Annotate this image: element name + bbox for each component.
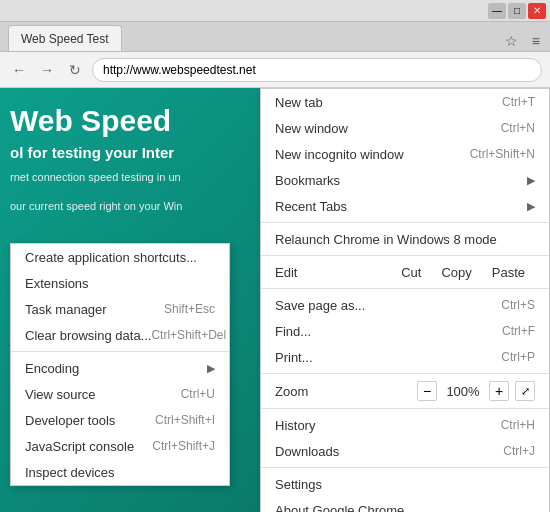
- zoom-row: Zoom − 100% + ⤢: [261, 377, 549, 405]
- web-desc1-text: rnet connection speed testing in un: [10, 171, 181, 183]
- main-divider1: [261, 222, 549, 223]
- menu-item-relaunch[interactable]: Relaunch Chrome in Windows 8 mode: [261, 226, 549, 252]
- main-divider3: [261, 288, 549, 289]
- menu-item-js-console[interactable]: JavaScript console Ctrl+Shift+J: [11, 433, 229, 459]
- menu-item-extensions[interactable]: Extensions: [11, 270, 229, 296]
- menu-item-encoding[interactable]: Encoding ▶: [11, 355, 229, 381]
- context-menu-main: New tab Ctrl+T New window Ctrl+N New inc…: [260, 88, 550, 512]
- encoding-arrow: ▶: [207, 362, 215, 375]
- web-subtitle: ol for testing your Inter: [0, 142, 270, 163]
- menu-item-history[interactable]: History Ctrl+H: [261, 412, 549, 438]
- tab-bar: Web Speed Test ☆ ≡: [0, 22, 550, 52]
- cut-button[interactable]: Cut: [391, 264, 431, 281]
- star-icon[interactable]: ☆: [501, 31, 522, 51]
- tab-actions: ☆ ≡: [501, 31, 550, 51]
- zoom-value: 100%: [443, 384, 483, 399]
- minimize-button[interactable]: —: [488, 3, 506, 19]
- maximize-button[interactable]: □: [508, 3, 526, 19]
- titlebar: — □ ✕: [0, 0, 550, 22]
- web-subtitle-text: ol for testing your Inter: [10, 144, 174, 161]
- menu-item-recent-tabs[interactable]: Recent Tabs ▶: [261, 193, 549, 219]
- close-button[interactable]: ✕: [528, 3, 546, 19]
- edit-row: Edit Cut Copy Paste: [261, 259, 549, 285]
- recent-tabs-arrow: ▶: [527, 200, 535, 213]
- address-input[interactable]: [92, 58, 542, 82]
- main-divider6: [261, 467, 549, 468]
- menu-item-find[interactable]: Find... Ctrl+F: [261, 318, 549, 344]
- web-title: Web Speed: [0, 88, 270, 142]
- main-divider5: [261, 408, 549, 409]
- menu-item-settings[interactable]: Settings: [261, 471, 549, 497]
- paste-button[interactable]: Paste: [482, 264, 535, 281]
- menu-item-view-source[interactable]: View source Ctrl+U: [11, 381, 229, 407]
- menu-item-print[interactable]: Print... Ctrl+P: [261, 344, 549, 370]
- address-bar: ← → ↻: [0, 52, 550, 88]
- zoom-plus-button[interactable]: +: [489, 381, 509, 401]
- menu-item-new-window[interactable]: New window Ctrl+N: [261, 115, 549, 141]
- page-content: Web Speed ol for testing your Inter rnet…: [0, 88, 550, 512]
- back-button[interactable]: ←: [8, 59, 30, 81]
- menu-item-task-manager[interactable]: Task manager Shift+Esc: [11, 296, 229, 322]
- main-divider2: [261, 255, 549, 256]
- menu-item-downloads[interactable]: Downloads Ctrl+J: [261, 438, 549, 464]
- zoom-controls: − 100% + ⤢: [417, 381, 535, 401]
- zoom-minus-button[interactable]: −: [417, 381, 437, 401]
- menu-item-save-page[interactable]: Save page as... Ctrl+S: [261, 292, 549, 318]
- menu-item-new-tab[interactable]: New tab Ctrl+T: [261, 89, 549, 115]
- menu-item-create-shortcuts[interactable]: Create application shortcuts...: [11, 244, 229, 270]
- submenu-divider1: [11, 351, 229, 352]
- menu-item-new-incognito[interactable]: New incognito window Ctrl+Shift+N: [261, 141, 549, 167]
- refresh-button[interactable]: ↻: [64, 59, 86, 81]
- menu-item-inspect-devices[interactable]: Inspect devices: [11, 459, 229, 485]
- web-desc2-text: our current speed right on your Win: [10, 200, 182, 212]
- web-desc2: our current speed right on your Win: [0, 192, 270, 221]
- zoom-fullscreen-button[interactable]: ⤢: [515, 381, 535, 401]
- menu-icon[interactable]: ≡: [528, 31, 544, 51]
- menu-item-about[interactable]: About Google Chrome: [261, 497, 549, 512]
- web-title-text: Web Speed: [10, 104, 171, 137]
- menu-item-developer-tools[interactable]: Developer tools Ctrl+Shift+I: [11, 407, 229, 433]
- forward-button[interactable]: →: [36, 59, 58, 81]
- active-tab[interactable]: Web Speed Test: [8, 25, 122, 51]
- edit-actions: Cut Copy Paste: [391, 264, 535, 281]
- menu-item-bookmarks[interactable]: Bookmarks ▶: [261, 167, 549, 193]
- menu-item-clear-browsing[interactable]: Clear browsing data... Ctrl+Shift+Del: [11, 322, 229, 348]
- tab-title: Web Speed Test: [21, 32, 109, 46]
- main-divider4: [261, 373, 549, 374]
- bookmarks-arrow: ▶: [527, 174, 535, 187]
- web-desc1: rnet connection speed testing in un: [0, 163, 270, 192]
- submenu-more-tools: Create application shortcuts... Extensio…: [10, 243, 230, 486]
- copy-button[interactable]: Copy: [431, 264, 481, 281]
